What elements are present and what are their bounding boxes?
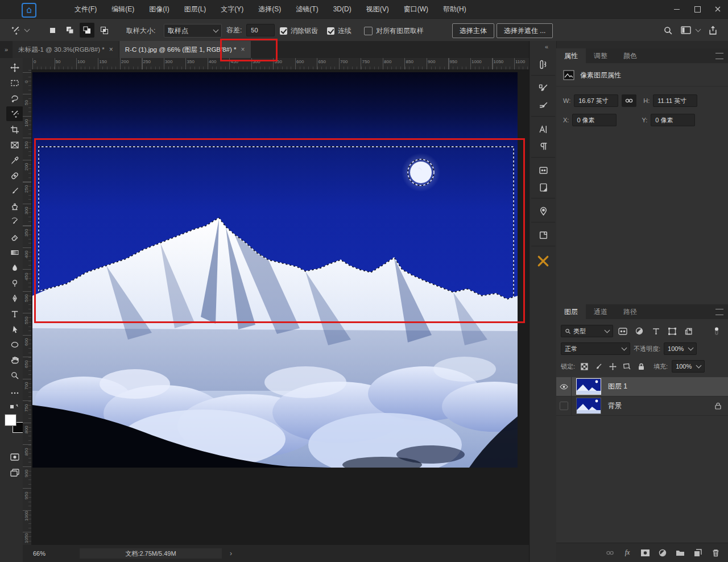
contiguous-option[interactable]: 连续	[327, 26, 351, 36]
menu-help[interactable]: 帮助(H)	[436, 0, 474, 18]
clone-stamp-tool[interactable]	[6, 199, 23, 214]
menu-select[interactable]: 选择(S)	[251, 0, 288, 18]
window-minimize-button[interactable]	[667, 0, 687, 18]
anti-alias-checkbox[interactable]	[280, 27, 287, 35]
blur-tool[interactable]	[6, 261, 23, 275]
vertical-ruler[interactable]: 0501001502002503003504004505005506006507…	[23, 69, 32, 545]
ruler-origin-box[interactable]	[23, 58, 32, 70]
layer-thumbnail[interactable]	[576, 398, 601, 414]
lock-transparency-button[interactable]	[579, 361, 589, 372]
y-field[interactable]: 0 像素	[651, 114, 695, 126]
new-adjustment-layer-button[interactable]	[656, 547, 669, 559]
filter-pixel-layers-button[interactable]	[616, 325, 630, 337]
home-button[interactable]	[22, 3, 36, 18]
select-subject-button[interactable]: 选择主体	[452, 23, 494, 38]
layer-thumbnail[interactable]	[576, 378, 601, 395]
panel-menu-icon[interactable]	[715, 309, 723, 315]
window-maximize-button[interactable]	[687, 0, 708, 18]
lock-artboard-button[interactable]	[622, 361, 632, 372]
sample-all-layers-checkbox[interactable]	[364, 27, 373, 35]
path-selection-tool[interactable]	[6, 322, 23, 337]
rectangular-marquee-tool[interactable]	[6, 76, 23, 90]
tab-paths[interactable]: 路径	[615, 304, 645, 319]
selection-mode-new[interactable]	[46, 23, 60, 38]
screen-mode-button[interactable]	[6, 465, 23, 480]
canvas-pasteboard[interactable]	[31, 69, 529, 545]
share-button[interactable]	[708, 26, 718, 35]
new-layer-button[interactable]	[691, 547, 705, 559]
filtering-toggle[interactable]	[710, 325, 723, 337]
dock-collapse-button[interactable]: «	[545, 43, 548, 50]
learn-panel-button[interactable]	[535, 254, 552, 268]
menu-edit[interactable]: 编辑(E)	[104, 0, 142, 18]
fill-field[interactable]: 100%	[672, 360, 705, 373]
tab-channels[interactable]: 通道	[586, 304, 615, 319]
menu-window[interactable]: 窗口(W)	[396, 0, 436, 18]
notes-panel-button[interactable]	[535, 228, 552, 242]
search-button[interactable]	[663, 26, 673, 35]
tool-preset-wand[interactable]	[10, 19, 29, 42]
magic-wand-tool[interactable]	[6, 106, 23, 121]
tab-properties[interactable]: 属性	[556, 48, 586, 63]
paragraph-panel-button[interactable]	[535, 139, 552, 154]
filter-smart-objects-button[interactable]	[682, 325, 696, 337]
adjustments-panel-button[interactable]	[535, 180, 552, 195]
filter-adjustment-layers-button[interactable]	[632, 325, 646, 337]
zoom-level-field[interactable]: 66%	[33, 550, 46, 557]
tab-overflow-button[interactable]: »	[5, 46, 8, 53]
selection-mode-intersect[interactable]	[97, 23, 111, 38]
foreground-color-swatch[interactable]	[5, 414, 16, 426]
anti-alias-option[interactable]: 消除锯齿	[280, 26, 318, 36]
width-field[interactable]: 16.67 英寸	[574, 94, 618, 107]
eraser-tool[interactable]	[6, 230, 23, 245]
brush-settings-panel-button[interactable]	[535, 81, 552, 96]
opacity-field[interactable]: 100%	[664, 342, 697, 355]
tab-rc1-jpg[interactable]: R-C (1).jpg @ 66% (图层 1, RGB/8#) * ×	[119, 41, 251, 58]
lock-all-button[interactable]	[636, 361, 646, 372]
lock-pixels-button[interactable]	[593, 361, 603, 372]
menu-view[interactable]: 视图(V)	[359, 0, 396, 18]
layer-filter-dropdown[interactable]: 类型	[561, 325, 613, 337]
type-tool[interactable]	[6, 307, 23, 321]
sample-all-layers-option[interactable]: 对所有图层取样	[364, 26, 424, 36]
filter-shape-layers-button[interactable]	[665, 325, 679, 337]
link-layers-button[interactable]	[603, 547, 617, 559]
dodge-tool[interactable]	[6, 276, 23, 291]
selection-mode-add[interactable]	[63, 23, 77, 38]
frame-tool[interactable]	[6, 138, 23, 152]
layer-row-layer1[interactable]: 图层 1	[556, 377, 728, 396]
layer-style-button[interactable]: fx	[621, 547, 634, 559]
tab-close-icon[interactable]: ×	[109, 46, 113, 53]
eyedropper-tool[interactable]	[6, 153, 23, 168]
filter-type-layers-button[interactable]	[649, 325, 663, 337]
libraries-panel-button[interactable]	[535, 163, 552, 177]
tab-adjustments[interactable]: 调整	[586, 48, 615, 63]
sample-size-dropdown[interactable]: 取样点	[164, 24, 222, 38]
x-field[interactable]: 0 像素	[572, 114, 617, 126]
add-layer-mask-button[interactable]	[638, 547, 652, 559]
height-field[interactable]: 11.11 英寸	[653, 94, 697, 107]
history-panel-button[interactable]	[535, 57, 552, 72]
quick-mask-button[interactable]	[6, 449, 23, 464]
tab-color[interactable]: 颜色	[615, 48, 645, 63]
character-panel-button[interactable]	[535, 122, 552, 137]
selection-mode-subtract[interactable]	[80, 23, 94, 38]
spot-healing-brush-tool[interactable]	[6, 168, 23, 183]
lasso-tool[interactable]	[6, 91, 23, 106]
new-group-button[interactable]	[673, 547, 687, 559]
tab-untitled-1[interactable]: 未标题-1 @ 30.3%(RGB/8#) * ×	[13, 41, 119, 58]
menu-3d[interactable]: 3D(D)	[326, 0, 359, 18]
brushes-panel-button[interactable]	[535, 98, 552, 113]
shape-tool[interactable]	[6, 337, 23, 352]
menu-file[interactable]: 文件(F)	[67, 0, 104, 18]
default-swap-colors[interactable]	[6, 400, 23, 415]
blend-mode-dropdown[interactable]: 正常	[561, 342, 630, 355]
link-dimensions-button[interactable]	[622, 94, 636, 107]
document-image[interactable]	[32, 72, 518, 468]
window-close-button[interactable]	[708, 0, 728, 18]
brush-tool[interactable]	[6, 184, 23, 199]
pen-tool[interactable]	[6, 291, 23, 306]
menu-filter[interactable]: 滤镜(T)	[288, 0, 325, 18]
edit-toolbar-button[interactable]	[6, 386, 23, 400]
layer-visibility-toggle[interactable]	[556, 377, 572, 396]
